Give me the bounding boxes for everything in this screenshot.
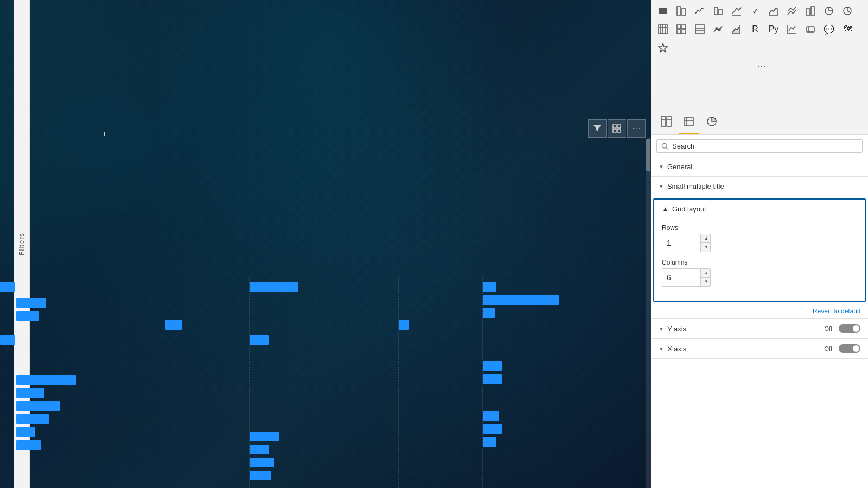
bar bbox=[16, 427, 35, 437]
svg-rect-3 bbox=[617, 129, 621, 132]
x-axis-chevron-icon: ▼ bbox=[659, 346, 664, 352]
bar bbox=[483, 437, 496, 447]
more-icons-btn[interactable]: ··· bbox=[654, 57, 865, 75]
small-multiple-title-label: Small multiple title bbox=[667, 182, 724, 190]
chart-icon-16[interactable] bbox=[728, 21, 745, 38]
fields-tab-icon[interactable] bbox=[656, 112, 676, 131]
chart-icon-15[interactable] bbox=[710, 21, 727, 38]
svg-rect-21 bbox=[677, 25, 681, 29]
y-axis-row[interactable]: ▼ Y axis Off bbox=[651, 319, 868, 339]
format-tab-icon[interactable] bbox=[679, 112, 699, 131]
rows-increment-btn[interactable]: ▲ bbox=[701, 234, 711, 243]
bar bbox=[16, 440, 41, 450]
x-axis-label: X axis bbox=[667, 345, 825, 353]
chart-icon-6[interactable]: ✓ bbox=[746, 2, 764, 20]
svg-rect-8 bbox=[719, 9, 722, 15]
bar bbox=[483, 361, 502, 371]
bar bbox=[250, 445, 269, 454]
columns-label: Columns bbox=[662, 259, 857, 266]
svg-rect-36 bbox=[661, 117, 666, 126]
analytics-tab-icon[interactable] bbox=[702, 112, 722, 131]
chart-icon-21[interactable]: 💬 bbox=[820, 21, 838, 38]
chart-content bbox=[0, 138, 651, 488]
chart-icon-4[interactable] bbox=[710, 2, 727, 20]
search-input[interactable] bbox=[672, 142, 858, 150]
y-axis-label: Y axis bbox=[667, 325, 825, 333]
chart-col-3 bbox=[250, 277, 399, 488]
x-axis-toggle[interactable] bbox=[839, 344, 860, 353]
chart-col-4 bbox=[399, 277, 483, 488]
rows-spinner: ▲ ▼ bbox=[700, 234, 711, 252]
grid-layout-header[interactable]: ▲ Grid layout bbox=[654, 200, 865, 219]
more-toolbar-btn[interactable]: ··· bbox=[627, 119, 646, 138]
chart-col-5 bbox=[483, 277, 580, 488]
bar bbox=[16, 388, 44, 398]
filter-toolbar-btn[interactable] bbox=[588, 119, 607, 138]
grid-layout-section: ▲ Grid layout Rows ▲ ▼ Columns ▲ ▼ bbox=[653, 198, 866, 302]
chart-scrollbar[interactable] bbox=[646, 138, 651, 488]
layout-toolbar-btn[interactable] bbox=[608, 119, 626, 138]
chart-icon-14[interactable] bbox=[691, 21, 709, 38]
small-multiple-chevron-icon: ▼ bbox=[659, 183, 664, 189]
chart-icon-1[interactable] bbox=[654, 2, 672, 20]
chart-icon-9[interactable] bbox=[802, 2, 819, 20]
svg-point-28 bbox=[716, 28, 718, 30]
chart-col-0 bbox=[0, 277, 16, 488]
columns-spinner: ▲ ▼ bbox=[700, 269, 711, 286]
small-multiple-title-header[interactable]: ▼ Small multiple title bbox=[651, 177, 868, 196]
svg-rect-33 bbox=[807, 27, 814, 32]
tab-icons-row bbox=[651, 108, 868, 135]
chart-icon-17[interactable]: R bbox=[746, 21, 764, 38]
chart-guide-line bbox=[0, 138, 651, 138]
columns-increment-btn[interactable]: ▲ bbox=[701, 269, 711, 278]
chart-icon-12[interactable] bbox=[654, 21, 672, 38]
chart-icon-18[interactable]: Py bbox=[765, 21, 782, 38]
y-axis-toggle-label: Off bbox=[825, 325, 832, 332]
rows-label: Rows bbox=[662, 224, 857, 232]
rows-input[interactable] bbox=[662, 234, 700, 252]
columns-decrement-btn[interactable]: ▼ bbox=[701, 278, 711, 286]
columns-input[interactable] bbox=[662, 269, 700, 286]
svg-rect-10 bbox=[806, 9, 810, 15]
svg-rect-24 bbox=[682, 30, 686, 34]
bar bbox=[0, 282, 15, 292]
chart-icon-23[interactable] bbox=[654, 39, 672, 56]
bar bbox=[399, 320, 409, 330]
svg-marker-35 bbox=[659, 43, 667, 52]
chart-icon-11[interactable] bbox=[839, 2, 856, 20]
chart-icon-7[interactable] bbox=[765, 2, 782, 20]
svg-rect-2 bbox=[613, 129, 616, 132]
columns-input-wrapper: ▲ ▼ bbox=[662, 268, 711, 287]
svg-rect-1 bbox=[617, 125, 621, 128]
rows-decrement-btn[interactable]: ▼ bbox=[701, 243, 711, 252]
svg-line-15 bbox=[847, 11, 850, 12]
general-label: General bbox=[667, 163, 692, 171]
search-bar[interactable] bbox=[656, 139, 863, 153]
grid-layout-body: Rows ▲ ▼ Columns ▲ ▼ bbox=[654, 219, 865, 301]
chart-icon-19[interactable] bbox=[783, 21, 801, 38]
chart-icon-13[interactable] bbox=[673, 21, 690, 38]
chart-icon-10[interactable] bbox=[820, 2, 838, 20]
y-axis-toggle[interactable] bbox=[839, 324, 860, 333]
bar bbox=[250, 282, 298, 292]
bar bbox=[483, 424, 502, 434]
x-axis-row[interactable]: ▼ X axis Off bbox=[651, 339, 868, 359]
y-axis-chevron-icon: ▼ bbox=[659, 326, 664, 332]
revert-to-default-link[interactable]: Revert to default bbox=[651, 304, 868, 319]
right-panel: ✓ R bbox=[651, 0, 868, 488]
bar bbox=[0, 335, 15, 345]
chart-icon-3[interactable] bbox=[691, 2, 709, 20]
chart-icon-2[interactable] bbox=[673, 2, 690, 20]
svg-rect-0 bbox=[613, 125, 616, 128]
svg-rect-5 bbox=[677, 7, 681, 15]
general-header[interactable]: ▼ General bbox=[651, 157, 868, 176]
chart-icon-22[interactable]: 🗺 bbox=[839, 21, 856, 38]
small-multiple-title-section: ▼ Small multiple title bbox=[651, 177, 868, 196]
chart-icon-20[interactable] bbox=[802, 21, 819, 38]
chart-scrollbar-thumb[interactable] bbox=[646, 139, 650, 171]
rows-input-wrapper: ▲ ▼ bbox=[662, 234, 711, 252]
svg-rect-37 bbox=[667, 117, 671, 126]
chart-icon-5[interactable] bbox=[728, 2, 745, 20]
chart-icon-8[interactable] bbox=[783, 2, 801, 20]
svg-rect-4 bbox=[659, 8, 667, 14]
